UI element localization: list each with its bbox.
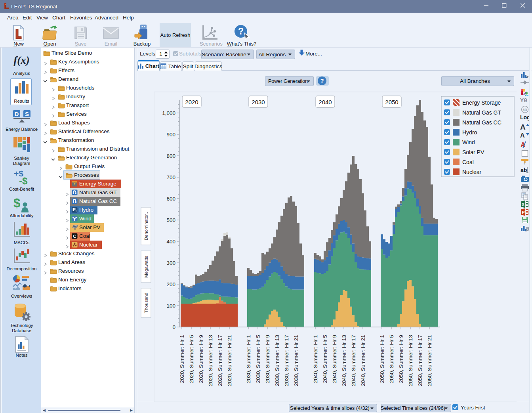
svg-text:700: 700 (166, 174, 175, 180)
svg-text:?: ? (238, 26, 244, 36)
svg-text:2050, Summer: Hr 1: 2050, Summer: Hr 1 (379, 335, 385, 383)
svg-text:Nuclear: Nuclear (462, 169, 482, 175)
svg-text:900: 900 (166, 132, 175, 138)
svg-text:2030, Summer: Hr 21: 2030, Summer: Hr 21 (293, 335, 299, 386)
svg-text:100: 100 (166, 303, 175, 309)
svg-text:$: $ (13, 196, 20, 210)
svg-text:400: 400 (166, 239, 175, 245)
svg-text:2030, Summer: Hr 5: 2030, Summer: Hr 5 (255, 335, 261, 383)
svg-text:C: C (73, 234, 76, 239)
svg-text:Denominator..: Denominator.. (144, 212, 149, 241)
svg-text:2030, Summer: Hr 9: 2030, Summer: Hr 9 (265, 335, 271, 383)
svg-text:2030, Summer: Hr 13: 2030, Summer: Hr 13 (274, 335, 280, 386)
svg-text:X: X (522, 202, 525, 207)
svg-text:Thousand: Thousand (144, 293, 149, 313)
svg-text:2040, Summer: Hr 17: 2040, Summer: Hr 17 (351, 335, 357, 386)
svg-text:2050, Summer: Hr 21: 2050, Summer: Hr 21 (427, 335, 433, 386)
svg-text:2040, Summer: Hr 5: 2040, Summer: Hr 5 (322, 335, 328, 383)
svg-text:2040, Summer: Hr 9: 2040, Summer: Hr 9 (332, 335, 338, 383)
svg-text:A: A (520, 123, 526, 131)
svg-text:S: S (25, 111, 29, 117)
svg-text:2040, Summer: Hr 13: 2040, Summer: Hr 13 (341, 335, 347, 386)
svg-text:2040, Summer: Hr 21: 2040, Summer: Hr 21 (360, 335, 366, 386)
svg-text:A: A (520, 132, 525, 139)
svg-text:2040: 2040 (318, 99, 332, 105)
svg-text:200: 200 (166, 281, 175, 287)
svg-text:D: D (14, 111, 19, 117)
svg-text:300: 300 (166, 260, 175, 266)
svg-text:2030: 2030 (252, 99, 265, 105)
svg-text:1,000: 1,000 (162, 110, 175, 116)
svg-text:Wind: Wind (462, 139, 475, 145)
svg-text:-$: -$ (19, 176, 28, 186)
svg-text:2020, Summer: Hr 21: 2020, Summer: Hr 21 (227, 335, 233, 386)
svg-text:600: 600 (166, 196, 175, 202)
svg-text:2020, Summer: Hr 1: 2020, Summer: Hr 1 (179, 335, 185, 383)
svg-text:Energy Storage: Energy Storage (462, 99, 501, 106)
svg-text:2050: 2050 (385, 99, 398, 105)
svg-text:2020, Summer: Hr 13: 2020, Summer: Hr 13 (208, 335, 214, 386)
svg-text:2020, Summer: Hr 9: 2020, Summer: Hr 9 (198, 335, 204, 383)
svg-text:Coal: Coal (462, 159, 474, 165)
svg-text:800: 800 (166, 153, 175, 159)
svg-text:Log: Log (520, 114, 530, 120)
svg-text:2050, Summer: Hr 17: 2050, Summer: Hr 17 (417, 335, 423, 386)
svg-text:500: 500 (166, 217, 175, 223)
svg-text:Megawatts: Megawatts (144, 256, 149, 278)
svg-text:2050, Summer: Hr 13: 2050, Summer: Hr 13 (408, 335, 414, 386)
svg-text:2020, Summer: Hr 5: 2020, Summer: Hr 5 (189, 335, 194, 383)
svg-text:2050, Summer: Hr 5: 2050, Summer: Hr 5 (389, 335, 395, 383)
svg-text:ab: ab (521, 167, 527, 173)
svg-text:2030, Summer: Hr 17: 2030, Summer: Hr 17 (284, 335, 290, 386)
svg-text:3D: 3D (522, 108, 527, 112)
svg-text:Natural Gas GT: Natural Gas GT (462, 109, 501, 116)
svg-text:Natural Gas CC: Natural Gas CC (462, 119, 501, 126)
svg-text:2050, Summer: Hr 9: 2050, Summer: Hr 9 (398, 335, 404, 383)
svg-text:2020, Summer: Hr 17: 2020, Summer: Hr 17 (217, 335, 223, 386)
svg-text:Y0: Y0 (520, 98, 527, 103)
svg-text:2040, Summer: Hr 1: 2040, Summer: Hr 1 (313, 335, 318, 383)
svg-text:Solar PV: Solar PV (462, 149, 484, 155)
svg-text:P: P (522, 210, 524, 215)
svg-text:2030, Summer: Hr 1: 2030, Summer: Hr 1 (246, 335, 252, 383)
svg-text:0: 0 (172, 324, 175, 330)
svg-text:2020: 2020 (185, 99, 198, 105)
svg-text:Hydro: Hydro (462, 129, 477, 136)
